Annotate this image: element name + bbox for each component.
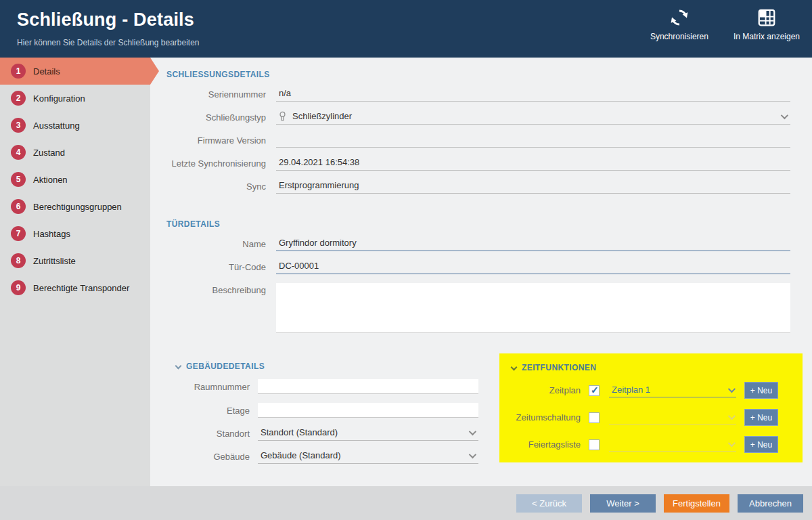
collapse-chevron-icon [511,364,518,370]
seriennummer-value: n/a [276,87,790,102]
step-number-badge: 9 [11,280,26,295]
section-header-zeitfunktionen[interactable]: ZEITFUNKTIONEN [512,363,793,372]
header: Schließung - Details Hier können Sie Det… [0,0,812,58]
gebaeude-dropdown[interactable]: Gebäude (Standard) [258,450,478,464]
letzte-synchronisierung-value: 29.04.2021 16:54:38 [276,156,790,171]
chevron-down-icon [728,412,734,422]
collapse-chevron-icon [175,362,182,369]
chevron-down-icon [469,427,476,437]
schliessungstyp-label: Schließungstyp [150,112,276,123]
matrix-icon [757,5,777,30]
footer-bar: < Zurück Weiter > Fertigstellen Abbreche… [0,486,812,520]
finish-button[interactable]: Fertigstellen [664,494,729,513]
sidebar-item-hashtags[interactable]: 7 Hashtags [0,220,150,247]
sidebar-item-details[interactable]: 1 Details [0,58,150,85]
back-button[interactable]: < Zurück [516,494,582,513]
zeitumschaltung-new-button[interactable]: + Neu [744,409,778,426]
schliessungstyp-text: Schließzylinder [292,111,352,121]
synchronize-label: Synchronisieren [650,32,708,41]
zeitplan-checkbox[interactable] [589,385,600,396]
beschreibung-textarea[interactable] [276,283,790,333]
synchronize-button[interactable]: Synchronisieren [648,5,710,41]
show-in-matrix-button[interactable]: In Matrix anzeigen [734,5,800,41]
sidebar-item-label: Hashtags [33,229,70,239]
sidebar-item-label: Zustand [33,148,65,158]
sidebar-steps: 1 Details 2 Konfiguration 3 Ausstattung … [0,58,150,520]
sidebar-item-berechtigte-transponder[interactable]: 9 Berechtigte Transponder [0,274,150,301]
firmware-value [276,133,790,148]
step-number-badge: 6 [11,199,26,214]
feiertagsliste-label: Feiertagsliste [509,439,589,450]
sync-text: Erstprogrammierung [279,180,359,190]
step-number-badge: 1 [11,64,26,79]
sidebar-item-label: Berechtigungsgruppen [33,202,122,212]
sidebar-item-label: Ausstattung [33,121,80,131]
name-text: Gryffindor dormitory [279,238,357,248]
zeitumschaltung-dropdown [609,410,736,425]
sync-label: Sync [150,181,276,192]
letzte-synchronisierung-label: Letzte Synchronisierung [150,158,276,169]
zeitplan-label: Zeitplan [509,385,589,395]
step-number-badge: 2 [11,91,26,106]
name-input[interactable]: Gryffindor dormitory [276,237,790,251]
chevron-down-icon [728,385,734,395]
cylinder-icon [279,111,286,122]
page-subtitle: Hier können Sie Details der Schließung b… [17,38,200,47]
zeitumschaltung-checkbox[interactable] [589,412,600,423]
step-number-badge: 7 [11,226,26,241]
feiertagsliste-new-button[interactable]: + Neu [744,436,778,453]
standort-label: Standort [166,429,258,439]
standort-dropdown[interactable]: Standort (Standard) [258,427,478,441]
sync-icon [669,5,690,30]
feiertagsliste-checkbox[interactable] [589,439,600,450]
step-number-badge: 5 [11,172,26,187]
step-number-badge: 8 [11,253,26,268]
step-number-badge: 3 [11,118,26,133]
standort-text: Standort (Standard) [261,427,338,437]
zeitplan-new-button[interactable]: + Neu [744,382,778,399]
sidebar-item-label: Konfiguration [33,93,85,104]
building-details-section: GEBÄUDEDETAILS Raumnummer Etage Standort… [166,353,484,473]
sidebar-item-zustand[interactable]: 4 Zustand [0,139,150,166]
etage-label: Etage [166,406,258,416]
gebaeude-text: Gebäude (Standard) [261,450,341,460]
sidebar-item-label: Zutrittsliste [33,256,76,266]
chevron-down-icon [728,439,734,449]
etage-input[interactable] [258,403,478,418]
raumnummer-input[interactable] [258,379,478,394]
main-content: SCHLIESSUNGSDETAILS Seriennummer n/a Sch… [150,58,812,486]
chevron-down-icon [469,450,476,460]
sidebar-item-label: Aktionen [33,175,68,185]
app-window: Schließung - Details Hier können Sie Det… [0,0,812,520]
zeitumschaltung-label: Zeitumschaltung [509,412,589,422]
section-header-gebaeudedetails[interactable]: GEBÄUDEDETAILS [176,362,484,371]
schliessungstyp-dropdown[interactable]: Schließzylinder [276,110,790,125]
raumnummer-label: Raumnummer [166,382,258,392]
chevron-down-icon [781,111,788,121]
feiertagsliste-dropdown [609,437,736,452]
cancel-button[interactable]: Abbrechen [738,494,803,513]
section-title-schliessungsdetails: SCHLIESSUNGSDETAILS [166,70,812,79]
show-in-matrix-label: In Matrix anzeigen [734,32,800,41]
step-number-badge: 4 [11,145,26,160]
firmware-label: Firmware Version [150,135,276,146]
sidebar-item-konfiguration[interactable]: 2 Konfiguration [0,85,150,112]
sync-value: Erstprogrammierung [276,179,790,194]
zeitplan-dropdown[interactable]: Zeitplan 1 [609,383,736,397]
sidebar-item-zutrittsliste[interactable]: 8 Zutrittsliste [0,247,150,274]
letzte-synchronisierung-text: 29.04.2021 16:54:38 [279,157,359,167]
next-button[interactable]: Weiter > [590,494,656,513]
seriennummer-text: n/a [279,88,291,98]
sidebar-item-berechtigungsgruppen[interactable]: 6 Berechtigungsgruppen [0,193,150,220]
tuer-code-label: Tür-Code [150,262,276,272]
time-functions-panel: ZEITFUNKTIONEN Zeitplan Zeitplan 1 + Neu… [499,353,803,462]
seriennummer-label: Seriennummer [150,89,276,100]
section-title-tuerdetails: TÜRDETAILS [166,219,812,229]
gebaeude-label: Gebäude [166,452,258,462]
sidebar-item-ausstattung[interactable]: 3 Ausstattung [0,112,150,139]
zeitfunktionen-title: ZEITFUNKTIONEN [522,363,596,372]
tuer-code-text: DC-00001 [279,261,319,271]
gebaeudedetails-title: GEBÄUDEDETAILS [186,362,265,371]
tuer-code-input[interactable]: DC-00001 [276,260,790,274]
sidebar-item-aktionen[interactable]: 5 Aktionen [0,166,150,193]
